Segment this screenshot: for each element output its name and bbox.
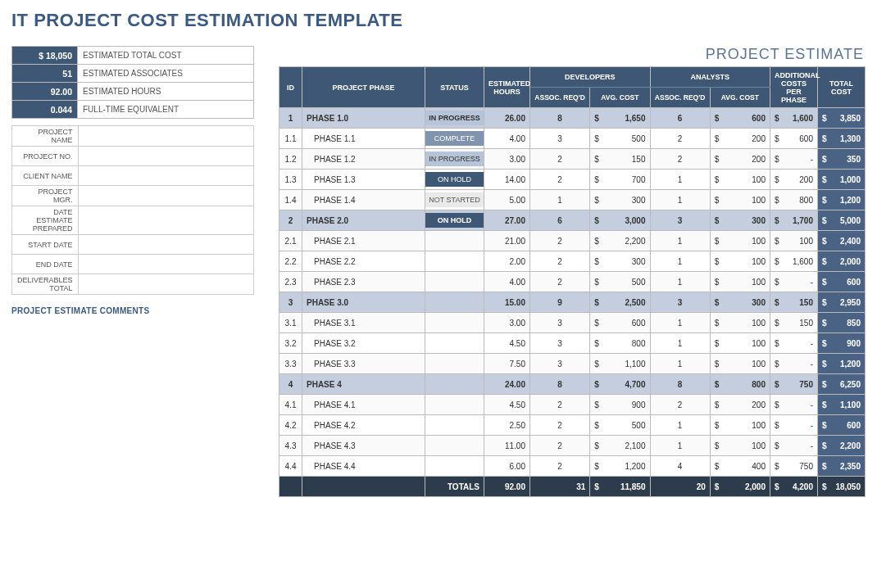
- cell-dev-cost[interactable]: $2,200: [590, 231, 650, 251]
- cell-id[interactable]: 4: [279, 374, 302, 395]
- status-badge[interactable]: IN PROGRESS: [425, 152, 484, 166]
- cell-addl[interactable]: $200: [770, 170, 818, 190]
- cell-ana-cost[interactable]: $100: [710, 436, 770, 456]
- cell-id[interactable]: 3.3: [279, 354, 302, 374]
- cell-dev-assoc[interactable]: 2: [530, 415, 590, 436]
- cell-ana-assoc[interactable]: 8: [650, 374, 710, 395]
- cell-dev-cost[interactable]: $600: [590, 313, 650, 333]
- info-input[interactable]: [78, 186, 253, 206]
- cell-ana-assoc[interactable]: 1: [650, 190, 710, 210]
- cell-hours[interactable]: 21.00: [484, 231, 530, 251]
- cell-id[interactable]: 2.2: [279, 251, 302, 272]
- cell-dev-assoc[interactable]: 3: [530, 333, 590, 354]
- cell-hours[interactable]: 6.00: [484, 456, 530, 477]
- cell-phase[interactable]: PHASE 2.2: [302, 251, 425, 272]
- cell-ana-assoc[interactable]: 6: [650, 108, 710, 129]
- cell-ana-assoc[interactable]: 1: [650, 415, 710, 436]
- cell-hours[interactable]: 15.00: [484, 292, 530, 313]
- cell-phase[interactable]: PHASE 2.3: [302, 272, 425, 292]
- cell-hours[interactable]: 4.50: [484, 333, 530, 354]
- cell-dev-cost[interactable]: $800: [590, 333, 650, 354]
- cell-addl[interactable]: $-: [770, 395, 818, 415]
- cell-dev-cost[interactable]: $300: [590, 251, 650, 272]
- cell-dev-assoc[interactable]: 2: [530, 436, 590, 456]
- cell-dev-assoc[interactable]: 6: [530, 210, 590, 231]
- info-input[interactable]: [78, 206, 253, 235]
- cell-addl[interactable]: $-: [770, 333, 818, 354]
- cell-dev-assoc[interactable]: 2: [530, 170, 590, 190]
- cell-hours[interactable]: 26.00: [484, 108, 530, 129]
- cell-dev-cost[interactable]: $4,700: [590, 374, 650, 395]
- info-input[interactable]: [78, 255, 253, 274]
- cell-dev-assoc[interactable]: 3: [530, 313, 590, 333]
- cell-id[interactable]: 4.3: [279, 436, 302, 456]
- cell-id[interactable]: 4.1: [279, 395, 302, 415]
- cell-ana-cost[interactable]: $200: [710, 149, 770, 170]
- cell-hours[interactable]: 4.00: [484, 272, 530, 292]
- cell-phase[interactable]: PHASE 4.3: [302, 436, 425, 456]
- cell-dev-cost[interactable]: $500: [590, 415, 650, 436]
- cell-addl[interactable]: $150: [770, 313, 818, 333]
- cell-dev-assoc[interactable]: 2: [530, 272, 590, 292]
- cell-status[interactable]: [425, 354, 484, 374]
- cell-ana-cost[interactable]: $200: [710, 129, 770, 149]
- cell-phase[interactable]: PHASE 4: [302, 374, 425, 395]
- cell-phase[interactable]: PHASE 1.1: [302, 129, 425, 149]
- cell-addl[interactable]: $1,600: [770, 251, 818, 272]
- cell-phase[interactable]: PHASE 3.3: [302, 354, 425, 374]
- cell-ana-cost[interactable]: $300: [710, 210, 770, 231]
- cell-phase[interactable]: PHASE 2.1: [302, 231, 425, 251]
- cell-hours[interactable]: 2.50: [484, 415, 530, 436]
- cell-dev-assoc[interactable]: 3: [530, 129, 590, 149]
- cell-hours[interactable]: 27.00: [484, 210, 530, 231]
- cell-id[interactable]: 2: [279, 210, 302, 231]
- cell-hours[interactable]: 14.00: [484, 170, 530, 190]
- cell-id[interactable]: 1: [279, 108, 302, 129]
- info-input[interactable]: [78, 166, 253, 186]
- cell-status[interactable]: [425, 313, 484, 333]
- cell-phase[interactable]: PHASE 2.0: [302, 210, 425, 231]
- cell-ana-cost[interactable]: $100: [710, 272, 770, 292]
- cell-phase[interactable]: PHASE 4.2: [302, 415, 425, 436]
- cell-addl[interactable]: $-: [770, 415, 818, 436]
- cell-ana-assoc[interactable]: 1: [650, 313, 710, 333]
- cell-status[interactable]: [425, 436, 484, 456]
- cell-ana-cost[interactable]: $100: [710, 231, 770, 251]
- cell-phase[interactable]: PHASE 3.2: [302, 333, 425, 354]
- cell-hours[interactable]: 2.00: [484, 251, 530, 272]
- cell-status[interactable]: [425, 231, 484, 251]
- cell-ana-cost[interactable]: $100: [710, 190, 770, 210]
- cell-id[interactable]: 3.1: [279, 313, 302, 333]
- cell-status[interactable]: IN PROGRESS: [425, 149, 484, 170]
- cell-dev-assoc[interactable]: 2: [530, 395, 590, 415]
- cell-ana-cost[interactable]: $100: [710, 170, 770, 190]
- cell-ana-cost[interactable]: $100: [710, 313, 770, 333]
- cell-hours[interactable]: 11.00: [484, 436, 530, 456]
- cell-status[interactable]: NOT STARTED: [425, 190, 484, 210]
- cell-ana-assoc[interactable]: 2: [650, 149, 710, 170]
- status-badge[interactable]: ON HOLD: [425, 172, 484, 187]
- cell-ana-cost[interactable]: $400: [710, 456, 770, 477]
- cell-id[interactable]: 1.4: [279, 190, 302, 210]
- cell-dev-cost[interactable]: $300: [590, 190, 650, 210]
- cell-ana-assoc[interactable]: 1: [650, 272, 710, 292]
- cell-ana-assoc[interactable]: 1: [650, 231, 710, 251]
- cell-status[interactable]: [425, 456, 484, 477]
- cell-phase[interactable]: PHASE 3.1: [302, 313, 425, 333]
- cell-id[interactable]: 3.2: [279, 333, 302, 354]
- cell-status[interactable]: ON HOLD: [425, 170, 484, 190]
- cell-phase[interactable]: PHASE 4.4: [302, 456, 425, 477]
- cell-ana-assoc[interactable]: 1: [650, 354, 710, 374]
- cell-hours[interactable]: 4.00: [484, 129, 530, 149]
- cell-addl[interactable]: $1,600: [770, 108, 818, 129]
- cell-ana-cost[interactable]: $800: [710, 374, 770, 395]
- cell-addl[interactable]: $-: [770, 354, 818, 374]
- status-badge[interactable]: ON HOLD: [425, 213, 484, 228]
- cell-dev-assoc[interactable]: 3: [530, 354, 590, 374]
- cell-status[interactable]: [425, 272, 484, 292]
- info-input[interactable]: [78, 235, 253, 255]
- cell-dev-cost[interactable]: $2,100: [590, 436, 650, 456]
- cell-addl[interactable]: $1,700: [770, 210, 818, 231]
- cell-dev-cost[interactable]: $900: [590, 395, 650, 415]
- cell-addl[interactable]: $600: [770, 129, 818, 149]
